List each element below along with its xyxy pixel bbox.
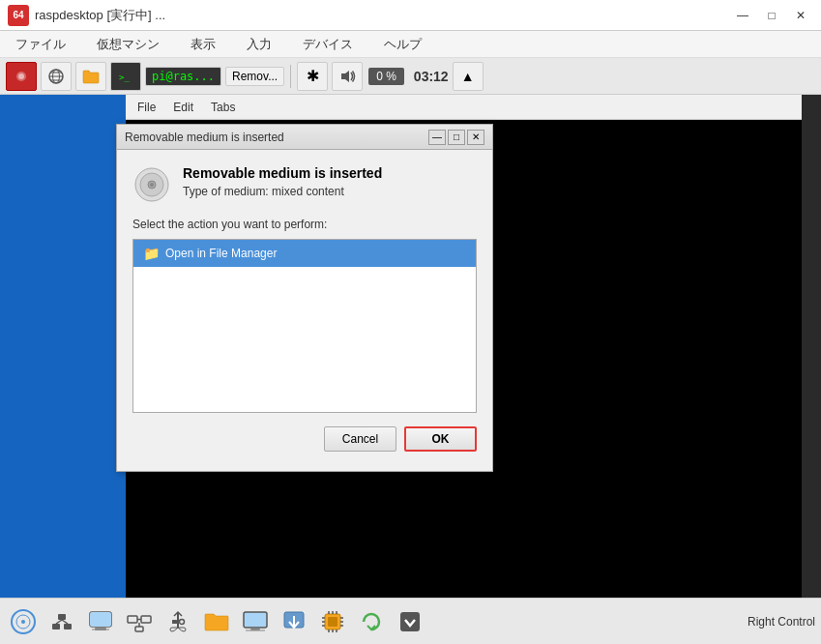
dialog-buttons: Cancel OK	[132, 426, 477, 455]
taskbar-down-arrow-icon[interactable]	[393, 604, 427, 639]
svg-rect-33	[244, 612, 267, 628]
svg-rect-19	[58, 614, 66, 620]
maximize-button[interactable]: □	[759, 5, 784, 26]
sep1	[290, 65, 291, 88]
menu-input[interactable]: 入力	[239, 32, 279, 57]
bluetooth-icon-btn[interactable]: ✱	[297, 62, 328, 91]
taskbar-computer-icon[interactable]	[83, 604, 118, 639]
dialog-title-bar: Removable medium is inserted — □ ✕	[117, 125, 492, 150]
time-display: 03:12	[414, 69, 449, 84]
menu-bar: ファイル 仮想マシン 表示 入力 デバイス ヘルプ	[0, 31, 821, 58]
dialog-prompt: Select the action you want to perform:	[132, 218, 477, 231]
svg-rect-17	[52, 624, 60, 629]
dialog-list[interactable]: 📁 Open in File Manager	[132, 239, 477, 413]
taskbar-folder-icon[interactable]	[199, 604, 234, 639]
folder-icon-btn[interactable]	[75, 62, 106, 91]
taskbar: Right Control	[0, 598, 821, 644]
dialog-overlay: Removable medium is inserted — □ ✕	[0, 95, 821, 598]
svg-rect-39	[328, 617, 337, 627]
svg-point-32	[180, 619, 185, 624]
disk-svg	[134, 167, 169, 202]
svg-rect-29	[135, 627, 143, 631]
svg-rect-27	[141, 616, 151, 623]
taskbar-refresh-icon[interactable]	[354, 604, 389, 639]
taskbar-network-icon[interactable]	[44, 604, 79, 639]
menu-help[interactable]: ヘルプ	[376, 32, 429, 57]
right-control-label: Right Control	[748, 615, 815, 629]
cpu-status: 0 %	[368, 68, 404, 85]
removable-label: Remov...	[225, 67, 284, 86]
menu-devices[interactable]: デバイス	[295, 32, 361, 57]
minimize-button[interactable]: —	[730, 5, 755, 26]
file-manager-icon: 📁	[143, 246, 160, 261]
globe-svg	[47, 68, 65, 85]
dialog-minimize-button[interactable]: —	[428, 130, 446, 145]
pi-label: pi@ras...	[145, 67, 221, 86]
dialog-title-buttons: — □ ✕	[428, 130, 484, 145]
removable-medium-dialog: Removable medium is inserted — □ ✕	[116, 124, 493, 472]
dialog-title-text: Removable medium is inserted	[125, 131, 428, 144]
ok-button[interactable]: OK	[404, 426, 477, 452]
title-bar-controls: — □ ✕	[730, 5, 813, 26]
dialog-close-button[interactable]: ✕	[467, 130, 484, 145]
taskbar-cd-icon[interactable]	[6, 604, 41, 639]
dialog-maximize-button[interactable]: □	[448, 130, 465, 145]
taskbar-usb-icon[interactable]	[161, 604, 195, 639]
raspi-icon-btn[interactable]	[6, 62, 37, 91]
globe-icon-btn[interactable]	[41, 62, 72, 91]
title-bar: 64 raspdesktop [実行中] ... — □ ✕	[0, 0, 821, 31]
menu-view[interactable]: 表示	[183, 32, 223, 57]
main-area: File Edit Tabs pi@raspberry:~ Removable …	[0, 95, 821, 598]
menu-vm[interactable]: 仮想マシン	[89, 32, 167, 57]
audio-svg	[338, 69, 356, 84]
toolbar: >_ pi@ras... Remov... ✱ 0 % 03:12 ▲	[0, 58, 821, 95]
title-bar-text: raspdesktop [実行中] ...	[35, 7, 730, 24]
svg-rect-31	[172, 620, 177, 624]
app-icon: 64	[8, 5, 29, 26]
dialog-header-text: Removable medium is inserted Type of med…	[183, 165, 382, 198]
terminal-svg: >_	[117, 70, 134, 83]
menu-file[interactable]: ファイル	[8, 32, 73, 57]
dialog-header: Removable medium is inserted Type of med…	[132, 165, 477, 204]
svg-text:>_: >_	[119, 73, 130, 82]
raspi-svg	[12, 67, 31, 86]
svg-point-2	[18, 73, 24, 79]
svg-line-21	[62, 620, 68, 624]
svg-rect-52	[400, 612, 420, 631]
dialog-disk-icon	[132, 165, 171, 204]
eject-icon-btn[interactable]: ▲	[453, 62, 484, 91]
taskbar-net2-icon[interactable]	[122, 604, 157, 639]
list-item-open-file-manager[interactable]: 📁 Open in File Manager	[133, 240, 476, 267]
dialog-content: Removable medium is inserted Type of med…	[117, 150, 492, 471]
svg-line-20	[56, 620, 62, 624]
folder-svg	[82, 69, 100, 84]
cancel-button[interactable]: Cancel	[324, 426, 396, 452]
terminal-icon-btn[interactable]: >_	[110, 62, 141, 91]
svg-rect-18	[64, 624, 72, 629]
svg-point-16	[21, 620, 25, 624]
svg-point-13	[150, 183, 154, 187]
svg-rect-23	[90, 612, 111, 627]
close-button[interactable]: ✕	[788, 5, 813, 26]
audio-icon-btn[interactable]	[332, 62, 363, 91]
taskbar-chip-icon[interactable]	[315, 604, 350, 639]
taskbar-download-icon[interactable]	[277, 604, 311, 639]
svg-rect-26	[128, 616, 137, 623]
taskbar-display-icon[interactable]	[238, 604, 273, 639]
